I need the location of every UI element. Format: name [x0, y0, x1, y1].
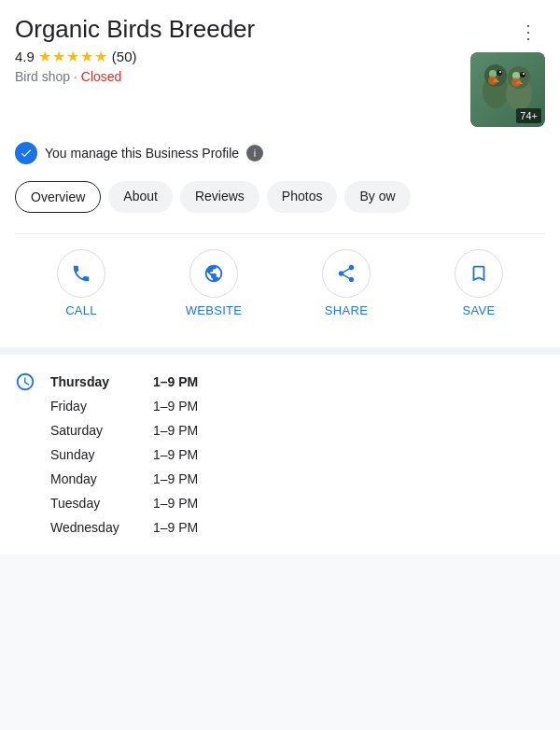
- share-icon: [336, 263, 357, 284]
- clock-icon: [15, 372, 35, 396]
- hours-row: Thursday 1–9 PM Friday 1–9 PM Saturday 1…: [15, 370, 545, 540]
- svg-point-4: [497, 70, 502, 76]
- info-icon[interactable]: i: [246, 145, 263, 161]
- rating-row: 4.9 ★★★★★ (50): [15, 48, 470, 65]
- more-options-button[interactable]: ⋮: [511, 15, 545, 49]
- save-label: SAVE: [463, 303, 496, 317]
- svg-point-13: [488, 76, 497, 85]
- verified-badge-icon: [15, 142, 37, 164]
- day-thursday: Thursday: [50, 374, 134, 389]
- svg-point-5: [499, 71, 501, 73]
- hours-thursday-time: 1–9 PM: [153, 374, 198, 389]
- tab-about[interactable]: About: [108, 181, 173, 213]
- photo-count-badge: 74+: [516, 108, 541, 123]
- call-button[interactable]: CALL: [15, 249, 147, 317]
- manage-text: You manage this Business Profile: [45, 146, 239, 161]
- website-icon-circle: [189, 249, 238, 298]
- svg-point-10: [520, 72, 525, 77]
- category-label: Bird shop: [15, 69, 70, 84]
- phone-icon: [71, 263, 91, 284]
- hours-tuesday-time: 1–9 PM: [153, 496, 198, 511]
- call-label: CALL: [65, 303, 97, 317]
- day-tuesday: Tuesday: [50, 496, 134, 511]
- share-label: SHARE: [325, 303, 368, 317]
- day-monday: Monday: [50, 471, 134, 486]
- website-button[interactable]: WEBSITE: [147, 249, 280, 317]
- hours-thursday: Thursday 1–9 PM: [50, 370, 545, 394]
- hours-sunday-time: 1–9 PM: [153, 447, 198, 462]
- status-badge: Closed: [81, 69, 122, 84]
- hours-saturday: Saturday 1–9 PM: [50, 418, 545, 442]
- actions-row: CALL WEBSITE SHARE: [15, 233, 545, 332]
- manage-row: You manage this Business Profile i: [15, 138, 545, 168]
- hours-friday-time: 1–9 PM: [153, 399, 198, 414]
- day-friday: Friday: [50, 399, 134, 414]
- tabs-row: Overview About Reviews Photos By ow: [15, 181, 545, 215]
- hours-friday: Friday 1–9 PM: [50, 394, 545, 418]
- stars-display: ★★★★★: [38, 48, 108, 65]
- photo-thumbnail[interactable]: 74+: [470, 52, 545, 127]
- category-row: Bird shop · Closed: [15, 69, 470, 84]
- hours-table: Thursday 1–9 PM Friday 1–9 PM Saturday 1…: [50, 370, 545, 540]
- day-sunday: Sunday: [50, 447, 134, 462]
- rating-number: 4.9: [15, 49, 35, 64]
- section-divider: [0, 347, 560, 355]
- tab-reviews[interactable]: Reviews: [180, 181, 259, 213]
- share-button[interactable]: SHARE: [280, 249, 413, 317]
- bookmark-icon: [469, 263, 489, 284]
- hours-monday: Monday 1–9 PM: [50, 467, 545, 491]
- hours-monday-time: 1–9 PM: [153, 471, 198, 486]
- hours-tuesday: Tuesday 1–9 PM: [50, 491, 545, 515]
- hours-sunday: Sunday 1–9 PM: [50, 442, 545, 467]
- svg-point-14: [511, 77, 521, 87]
- website-icon: [203, 263, 224, 284]
- hours-saturday-time: 1–9 PM: [153, 423, 198, 438]
- checkmark-icon: [20, 147, 33, 160]
- hours-section: Thursday 1–9 PM Friday 1–9 PM Saturday 1…: [0, 355, 560, 555]
- save-icon-circle: [455, 249, 503, 298]
- title-section: Organic Birds Breeder 4.9 ★★★★★ (50) Bir…: [15, 15, 470, 84]
- call-icon-circle: [57, 249, 105, 298]
- day-wednesday: Wednesday: [50, 520, 134, 535]
- tab-photos[interactable]: Photos: [267, 181, 338, 213]
- share-icon-circle: [322, 249, 371, 298]
- dot-separator: ·: [74, 69, 81, 84]
- review-count: (50): [112, 49, 137, 64]
- tab-by-owner[interactable]: By ow: [344, 181, 410, 213]
- website-label: WEBSITE: [186, 303, 243, 317]
- business-card: Organic Birds Breeder 4.9 ★★★★★ (50) Bir…: [0, 0, 560, 347]
- hours-wednesday-time: 1–9 PM: [153, 520, 198, 535]
- svg-point-11: [523, 73, 525, 75]
- save-button[interactable]: SAVE: [413, 249, 545, 317]
- tab-overview[interactable]: Overview: [15, 181, 101, 213]
- business-title: Organic Birds Breeder: [15, 15, 470, 44]
- hours-wednesday: Wednesday 1–9 PM: [50, 515, 545, 540]
- header-row: Organic Birds Breeder 4.9 ★★★★★ (50) Bir…: [15, 15, 545, 127]
- day-saturday: Saturday: [50, 423, 134, 438]
